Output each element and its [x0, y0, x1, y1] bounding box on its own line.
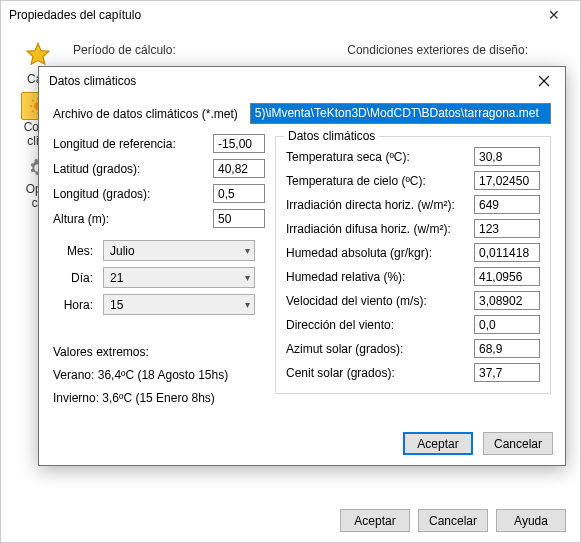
- climate-data-label: Temperatura seca (ºC):: [286, 150, 474, 164]
- climate-data-value[interactable]: [474, 171, 540, 190]
- climate-data-value[interactable]: [474, 243, 540, 262]
- dialog-button-row: Aceptar Cancelar: [39, 424, 565, 465]
- climate-data-row: Irradiación directa horiz. (w/m²):: [286, 195, 540, 214]
- climate-data-row: Humedad relativa (%):: [286, 267, 540, 286]
- close-icon: [538, 75, 550, 87]
- climate-data-row: Cenit solar (grados):: [286, 363, 540, 382]
- parent-close-button[interactable]: ✕: [534, 7, 574, 23]
- lat-input[interactable]: [213, 159, 265, 178]
- climate-data-label: Irradiación directa horiz. (w/m²):: [286, 198, 474, 212]
- climate-data-row: Temperatura seca (ºC):: [286, 147, 540, 166]
- parent-button-row: Aceptar Cancelar Ayuda: [340, 509, 566, 532]
- file-path-input[interactable]: 5)\iMventa\TeKton3D\ModCDT\BDatos\tarrag…: [250, 103, 551, 124]
- climate-data-label: Humedad absoluta (gr/kgr):: [286, 246, 474, 260]
- file-label: Archivo de datos climáticos (*.met): [53, 107, 238, 121]
- climate-data-legend: Datos climáticos: [284, 129, 379, 143]
- lat-label: Latitud (grados):: [53, 162, 213, 176]
- climate-data-row: Temperatura de cielo (ºC):: [286, 171, 540, 190]
- parent-cancel-button[interactable]: Cancelar: [418, 509, 488, 532]
- long-ref-label: Longitud de referencia:: [53, 137, 213, 151]
- dia-combo[interactable]: 21▾: [103, 267, 255, 288]
- extremes-title: Valores extremos:: [53, 341, 265, 364]
- dialog-accept-button[interactable]: Aceptar: [403, 432, 473, 455]
- long-input[interactable]: [213, 184, 265, 203]
- extremes-block: Valores extremos: Verano: 36,4ºC (18 Ago…: [53, 341, 265, 409]
- climate-data-value[interactable]: [474, 291, 540, 310]
- climate-data-value[interactable]: [474, 219, 540, 238]
- chevron-down-icon: ▾: [245, 272, 250, 283]
- climate-data-label: Humedad relativa (%):: [286, 270, 474, 284]
- dialog-titlebar: Datos climáticos: [39, 67, 565, 95]
- climate-data-row: Humedad absoluta (gr/kgr):: [286, 243, 540, 262]
- long-label: Longitud (grados):: [53, 187, 213, 201]
- climate-data-label: Azimut solar (grados):: [286, 342, 474, 356]
- climate-data-row: Velocidad del viento (m/s):: [286, 291, 540, 310]
- long-ref-input[interactable]: [213, 134, 265, 153]
- dialog-cancel-button[interactable]: Cancelar: [483, 432, 553, 455]
- climate-data-row: Dirección del viento:: [286, 315, 540, 334]
- left-column: Longitud de referencia: Latitud (grados)…: [53, 134, 265, 409]
- climate-dialog: Datos climáticos Archivo de datos climát…: [38, 66, 566, 466]
- climate-data-row: Irradiación difusa horiz. (w/m²):: [286, 219, 540, 238]
- alt-label: Altura (m):: [53, 212, 213, 226]
- extremes-summer: Verano: 36,4ºC (18 Agosto 15hs): [53, 364, 265, 387]
- alt-input[interactable]: [213, 209, 265, 228]
- svg-line-5: [32, 100, 34, 102]
- climate-data-value[interactable]: [474, 195, 540, 214]
- mes-label: Mes:: [57, 244, 103, 258]
- climate-data-value[interactable]: [474, 339, 540, 358]
- parent-help-button[interactable]: Ayuda: [496, 509, 566, 532]
- climate-data-value[interactable]: [474, 363, 540, 382]
- dialog-title: Datos climáticos: [49, 74, 136, 88]
- mes-combo[interactable]: Julio▾: [103, 240, 255, 261]
- climate-data-value[interactable]: [474, 147, 540, 166]
- extremes-winter: Invierno: 3,6ºC (15 Enero 8hs): [53, 387, 265, 410]
- bg-label-conditions: Condiciones exteriores de diseño:: [347, 43, 528, 57]
- climate-data-value[interactable]: [474, 315, 540, 334]
- hora-combo[interactable]: 15▾: [103, 294, 255, 315]
- climate-data-value[interactable]: [474, 267, 540, 286]
- climate-data-label: Irradiación difusa horiz. (w/m²):: [286, 222, 474, 236]
- climate-data-label: Dirección del viento:: [286, 318, 474, 332]
- dialog-close-button[interactable]: [527, 70, 561, 92]
- parent-accept-button[interactable]: Aceptar: [340, 509, 410, 532]
- climate-data-group: Datos climáticos Temperatura seca (ºC):T…: [275, 136, 551, 394]
- bg-label-period: Período de cálculo:: [73, 43, 176, 57]
- svg-line-7: [32, 111, 34, 113]
- parent-title: Propiedades del capítulo: [9, 8, 141, 22]
- parent-titlebar: Propiedades del capítulo ✕: [1, 1, 580, 29]
- climate-data-label: Cenit solar (grados):: [286, 366, 474, 380]
- chevron-down-icon: ▾: [245, 299, 250, 310]
- dia-label: Día:: [57, 271, 103, 285]
- climate-data-label: Velocidad del viento (m/s):: [286, 294, 474, 308]
- climate-data-label: Temperatura de cielo (ºC):: [286, 174, 474, 188]
- climate-data-row: Azimut solar (grados):: [286, 339, 540, 358]
- chevron-down-icon: ▾: [245, 245, 250, 256]
- hora-label: Hora:: [57, 298, 103, 312]
